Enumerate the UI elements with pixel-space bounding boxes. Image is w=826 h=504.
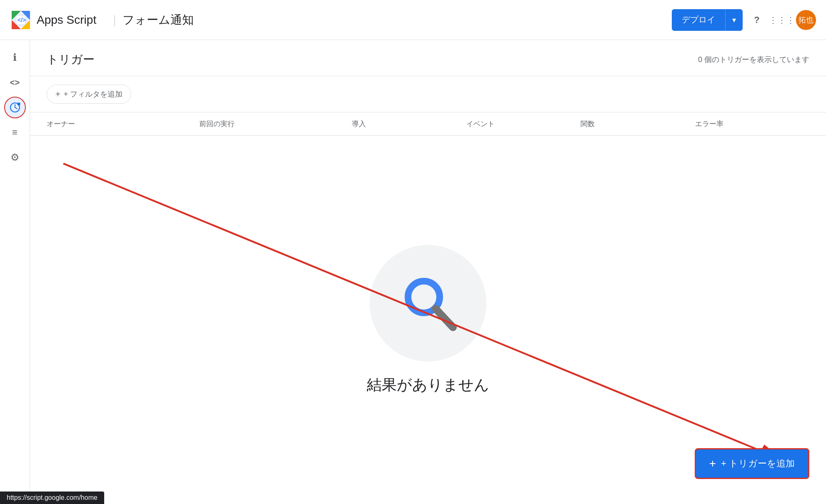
- sidebar-item-triggers[interactable]: [4, 97, 26, 118]
- triggers-page-title: トリガー: [47, 52, 95, 67]
- help-icon: ?: [754, 15, 759, 25]
- deploy-button[interactable]: デプロイ ▾: [672, 9, 743, 31]
- add-filter-plus-icon: +: [55, 90, 60, 99]
- svg-text:</>: </>: [18, 17, 26, 23]
- content-area: トリガー 0 個のトリガーを表示しています + + フィルタを追加 オーナー 前…: [30, 40, 826, 504]
- add-trigger-button[interactable]: + + トリガーを追加: [695, 448, 809, 479]
- grid-icon: ⋮⋮⋮: [769, 15, 795, 25]
- svg-line-9: [15, 107, 17, 109]
- col-function: 関数: [581, 119, 695, 129]
- empty-state-text: 結果がありません: [367, 375, 489, 395]
- triggers-header: トリガー 0 個のトリガーを表示しています: [30, 40, 826, 76]
- svg-line-14: [436, 309, 453, 327]
- add-filter-label: + フィルタを追加: [64, 89, 123, 99]
- col-error-rate: エラー率: [695, 119, 810, 129]
- add-trigger-plus-icon: +: [709, 457, 716, 470]
- col-deployment: 導入: [352, 119, 466, 129]
- code-icon: <>: [10, 78, 20, 87]
- empty-state: 結果がありません + + トリガーを追加: [30, 136, 826, 504]
- executions-icon: ≡: [12, 127, 18, 138]
- info-icon: ℹ: [13, 52, 17, 63]
- main-layout: ℹ <> ≡ ⚙ トリガー 0 個のトリガーを表示していま: [0, 40, 826, 504]
- col-event: イベント: [466, 119, 581, 129]
- deploy-button-label: デプロイ: [672, 9, 725, 31]
- col-last-run: 前回の実行: [199, 119, 352, 129]
- url-bar: https://script.google.com/home: [0, 492, 104, 504]
- col-owner: オーナー: [47, 119, 199, 129]
- add-filter-button[interactable]: + + フィルタを追加: [47, 85, 131, 104]
- header-separator: |: [113, 13, 116, 27]
- project-name-label: フォーム通知: [123, 12, 194, 28]
- sidebar-item-info[interactable]: ℹ: [4, 47, 26, 68]
- table-header: オーナー 前回の実行 導入 イベント 関数 エラー率: [30, 112, 826, 136]
- gear-icon: ⚙: [10, 152, 20, 163]
- deploy-dropdown-arrow[interactable]: ▾: [725, 9, 743, 31]
- apps-script-logo-icon: </>: [10, 9, 32, 31]
- magnifying-glass-icon: [395, 270, 461, 337]
- header: </> Apps Script | フォーム通知 デプロイ ▾ ? ⋮⋮⋮ 拓也: [0, 0, 826, 40]
- app-name-label: Apps Script: [37, 13, 96, 27]
- sidebar-item-executions[interactable]: ≡: [4, 122, 26, 143]
- filter-bar: + + フィルタを追加: [30, 76, 826, 112]
- sidebar-item-settings[interactable]: ⚙: [4, 147, 26, 168]
- avatar-text: 拓也: [798, 15, 813, 25]
- apps-grid-button[interactable]: ⋮⋮⋮: [771, 9, 793, 31]
- sidebar-item-editor[interactable]: <>: [4, 72, 26, 93]
- add-trigger-label: + トリガーを追加: [721, 457, 795, 470]
- search-illustration: [370, 245, 486, 362]
- url-text: https://script.google.com/home: [7, 494, 98, 501]
- clock-icon: [9, 102, 21, 113]
- triggers-count-label: 0 個のトリガーを表示しています: [698, 55, 809, 65]
- user-avatar[interactable]: 拓也: [796, 10, 816, 30]
- help-button[interactable]: ?: [746, 9, 768, 31]
- sidebar: ℹ <> ≡ ⚙: [0, 40, 30, 504]
- svg-line-11: [18, 102, 18, 103]
- app-logo[interactable]: </> Apps Script: [10, 9, 96, 31]
- svg-line-12: [20, 102, 20, 103]
